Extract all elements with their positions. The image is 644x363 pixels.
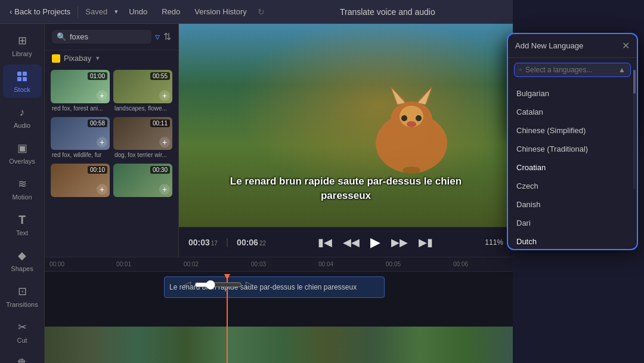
media-thumb-3[interactable]: 00:58 + <box>51 117 110 150</box>
thumb-duration-3: 00:58 <box>88 119 107 127</box>
media-search-bar: 🔍 ▿ ⇅ <box>45 24 178 50</box>
ruler-mark-0: 00:00 <box>49 261 64 267</box>
dropdown-search-input[interactable] <box>525 66 615 74</box>
skip-to-start-button[interactable]: ▮◀ <box>315 233 335 251</box>
undo-button[interactable]: Undo <box>125 6 151 17</box>
sidebar-item-stock[interactable]: Stock <box>3 64 42 98</box>
sidebar-item-delete[interactable]: 🗑 Delete <box>3 351 42 363</box>
sidebar-label-cut: Cut <box>17 337 27 344</box>
svg-point-18 <box>519 69 521 70</box>
sidebar-label-audio: Audio <box>14 122 30 129</box>
svg-rect-3 <box>23 77 27 81</box>
svg-marker-9 <box>392 88 405 104</box>
sidebar-label-stock: Stock <box>14 86 30 93</box>
source-dropdown-icon[interactable]: ▾ <box>96 54 100 62</box>
version-history-icon: ↻ <box>258 7 265 17</box>
ruler-mark-4: 00:04 <box>318 261 333 267</box>
lang-item-dutch[interactable]: Dutch <box>508 232 637 249</box>
thumb-label-3: red fox, wildlife, fur <box>51 150 110 160</box>
sidebar-item-shapes[interactable]: ◆ Shapes <box>3 244 42 277</box>
sidebar-item-motion[interactable]: ≋ Motion <box>3 172 42 205</box>
ruler-mark-6: 00:06 <box>453 261 468 267</box>
total-time: 00:06 <box>237 238 258 247</box>
library-icon: ⊞ <box>15 33 29 48</box>
video-area: Le renard brun rapide saute par-dessus l… <box>179 24 513 257</box>
thumb-add-5[interactable]: + <box>97 184 107 195</box>
saved-dropdown[interactable]: ▾ <box>114 8 118 16</box>
add-language-dropdown: Add New Language ✕ ▲ Bulgarian Catalan C… <box>507 33 638 250</box>
thumb-add-1[interactable]: + <box>97 90 107 101</box>
lang-item-chinese-simplified[interactable]: Chinese (Simplified) <box>508 121 637 140</box>
sort-icon[interactable]: ⇅ <box>163 31 171 42</box>
sidebar-item-library[interactable]: ⊞ Library <box>3 29 42 62</box>
search-input[interactable] <box>70 32 147 41</box>
audio-icon: ♪ <box>15 105 29 119</box>
svg-point-12 <box>416 115 422 121</box>
redo-button[interactable]: Redo <box>158 6 184 17</box>
lang-item-chinese-traditional[interactable]: Chinese (Traditional) <box>508 140 637 158</box>
timeline-ruler: 00:00 00:01 00:02 00:03 00:04 00:05 00:0… <box>45 257 513 272</box>
sidebar-item-overlays[interactable]: ▣ Overlays <box>3 136 42 170</box>
svg-rect-0 <box>17 72 21 76</box>
total-frame: 22 <box>259 240 266 247</box>
zoom-out-button[interactable]: ◁ <box>184 279 191 290</box>
svg-line-19 <box>521 70 522 71</box>
fast-forward-button[interactable]: ▶▶ <box>389 233 410 251</box>
media-source[interactable]: Pixabay ▾ <box>45 50 178 66</box>
topbar: ‹ Back to Projects Saved ▾ Undo Redo Ver… <box>0 0 513 24</box>
lang-item-dari[interactable]: Dari <box>508 214 637 232</box>
version-history-label[interactable]: Version History <box>191 6 250 17</box>
dropdown-search[interactable]: ▲ <box>514 63 631 77</box>
sidebar-item-cut[interactable]: ✂ Cut <box>3 315 42 349</box>
sidebar-label-overlays: Overlays <box>9 158 35 165</box>
lang-item-catalan[interactable]: Catalan <box>508 103 637 121</box>
thumb-add-6[interactable]: + <box>159 184 170 195</box>
filter-icon[interactable]: ▿ <box>155 31 160 42</box>
subtitle-overlay: Le renard brun rapide saute par-dessus l… <box>230 174 462 203</box>
skip-to-end-button[interactable]: ▶▮ <box>416 233 435 251</box>
sidebar: ⊞ Library Stock ♪ Audio ▣ Overlays ≋ Mot… <box>0 24 45 363</box>
text-icon: T <box>15 213 29 227</box>
sidebar-item-text[interactable]: T Text <box>3 208 42 241</box>
media-thumb-4[interactable]: 00:11 + <box>113 117 172 150</box>
lang-item-danish[interactable]: Danish <box>508 195 637 214</box>
thumb-duration-5: 00:10 <box>88 166 107 174</box>
search-box[interactable]: 🔍 <box>52 30 151 44</box>
lang-item-bulgarian[interactable]: Bulgarian <box>508 84 637 103</box>
media-thumb-6[interactable]: 00:30 + <box>113 164 172 197</box>
rewind-button[interactable]: ◀◀ <box>340 233 362 251</box>
pixabay-logo <box>52 54 60 63</box>
sidebar-item-transitions[interactable]: ⊡ Transitions <box>3 279 42 313</box>
scrollbar-thumb[interactable] <box>633 70 636 94</box>
thumb-add-3[interactable]: + <box>97 137 107 147</box>
back-to-projects-button[interactable]: ‹ Back to Projects <box>10 7 70 16</box>
svg-marker-10 <box>418 88 431 104</box>
pixabay-label: Pixabay <box>64 54 91 63</box>
lang-item-croatian[interactable]: Croatian <box>508 158 637 177</box>
sidebar-label-text: Text <box>16 229 28 236</box>
motion-icon: ≋ <box>15 177 29 191</box>
thumb-duration-4: 00:11 <box>150 119 170 127</box>
svg-point-13 <box>407 121 416 127</box>
zoom-slider[interactable] <box>194 280 242 290</box>
zoom-level: 111% <box>485 238 503 247</box>
thumb-label-6 <box>113 197 172 201</box>
zoom-in-button[interactable]: ▷ <box>246 279 253 290</box>
lang-item-czech[interactable]: Czech <box>508 177 637 195</box>
thumb-duration-2: 00:55 <box>150 72 170 80</box>
dropdown-search-icon <box>519 66 522 73</box>
media-thumb-1[interactable]: 01:00 + <box>51 70 110 103</box>
dropdown-close-button[interactable]: ✕ <box>622 40 630 51</box>
svg-rect-1 <box>23 72 27 76</box>
sidebar-item-audio[interactable]: ♪ Audio <box>3 100 42 134</box>
thumb-add-4[interactable]: + <box>159 137 170 147</box>
stock-icon <box>15 69 29 84</box>
media-thumb-5[interactable]: 00:10 + <box>51 164 110 197</box>
media-thumb-2[interactable]: 00:55 + <box>113 70 172 103</box>
thumb-add-2[interactable]: + <box>159 90 170 101</box>
play-button[interactable]: ▶ <box>368 232 383 253</box>
thumb-duration-1: 01:00 <box>88 72 107 80</box>
thumb-label-2: landscapes, flowe... <box>113 103 172 113</box>
scrollbar-track[interactable] <box>633 70 636 189</box>
sidebar-label-library: Library <box>12 50 32 57</box>
